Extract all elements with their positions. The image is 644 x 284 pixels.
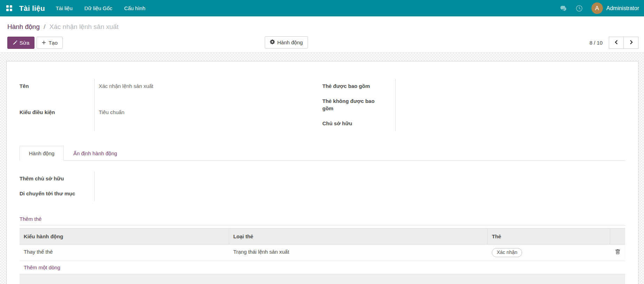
breadcrumb-separator: / [44, 23, 45, 30]
create-button[interactable]: Tạo [37, 37, 63, 49]
chevron-left-icon [614, 40, 619, 46]
tag-badge: Xác nhận [492, 248, 522, 257]
pager-next-button[interactable] [623, 37, 638, 49]
breadcrumb-parent[interactable]: Hành động [7, 23, 40, 30]
trash-icon [615, 249, 620, 256]
field-value-tags-included [396, 79, 626, 94]
tags-list: Kiểu hành động Loại thẻ Thẻ Thay thế thẻ… [20, 228, 625, 284]
form-sheet: Tên Xác nhận lệnh sản xuất Kiểu điều kiệ… [6, 61, 638, 284]
field-label-condition-type: Kiểu điều kiện [20, 105, 94, 131]
tab-field-group: Thêm chủ sở hữu Di chuyển tới thư mục [20, 171, 323, 201]
tab-actions[interactable]: Hành động [20, 146, 64, 161]
notebook-tabs: Hành động Ấn định hành động [20, 146, 625, 161]
menu-item-documents[interactable]: Tài liệu [50, 0, 78, 16]
breadcrumb: Hành động / Xác nhận lệnh sản xuất [0, 22, 644, 31]
gear-icon [270, 39, 275, 45]
activities-icon[interactable] [575, 5, 583, 12]
top-navbar: Tài liệu Tài liệu Dữ liệu Gốc Cấu hình A… [0, 0, 644, 16]
column-header-actions [610, 229, 625, 244]
field-value-tags-excluded [396, 94, 626, 116]
content-area: Tên Xác nhận lệnh sản xuất Kiểu điều kiệ… [0, 53, 644, 284]
list-header-row: Kiểu hành động Loại thẻ Thẻ [20, 228, 625, 245]
action-menu-button[interactable]: Hành động [265, 36, 308, 48]
tab-assign-actions[interactable]: Ấn định hành động [64, 146, 126, 161]
breadcrumb-current: Xác nhận lệnh sản xuất [49, 23, 119, 30]
menu-item-master-data[interactable]: Dữ liệu Gốc [78, 0, 118, 16]
control-panel: Hành động / Xác nhận lệnh sản xuất Sửa T… [0, 16, 644, 53]
pager-value[interactable]: 8 / 10 [589, 40, 603, 46]
table-row[interactable]: Thay thế thẻ Trạng thái lệnh sản xuất Xá… [20, 245, 625, 261]
edit-button[interactable]: Sửa [7, 37, 34, 49]
add-row-link[interactable]: Thêm một dòng [24, 264, 60, 270]
column-header-tag: Thẻ [488, 229, 610, 244]
chevron-right-icon [629, 40, 634, 46]
field-label-move-to-folder: Di chuyển tới thư mục [20, 186, 94, 201]
main-menu: Tài liệu Dữ liệu Gốc Cấu hình [50, 0, 151, 16]
add-row: Thêm một dòng [20, 261, 625, 274]
user-menu[interactable]: A Administrator [591, 2, 639, 14]
pager-previous-button[interactable] [609, 37, 624, 49]
field-value-owner [396, 116, 626, 131]
avatar: A [591, 2, 603, 14]
field-value-condition-type: Tiêu chuẩn [94, 105, 323, 131]
field-group-right: Thẻ được bao gồm Thẻ không được bao gồm … [323, 79, 626, 131]
messages-icon[interactable] [559, 5, 567, 12]
column-header-tag-type: Loại thẻ [229, 229, 488, 244]
delete-row-button[interactable] [614, 248, 621, 257]
apps-menu-icon[interactable] [6, 5, 12, 11]
plus-icon [42, 40, 46, 46]
app-brand[interactable]: Tài liệu [19, 4, 45, 13]
field-value-add-owner [94, 171, 323, 186]
pager: 8 / 10 [589, 37, 638, 49]
cell-tag-type: Trạng thái lệnh sản xuất [229, 245, 488, 261]
field-value-name: Xác nhận lệnh sản xuất [94, 79, 323, 105]
field-label-name: Tên [20, 79, 94, 105]
add-tag-link[interactable]: Thêm thẻ [20, 216, 41, 222]
field-group-left: Tên Xác nhận lệnh sản xuất Kiểu điều kiệ… [20, 79, 323, 131]
field-label-tags-excluded: Thẻ không được bao gồm [323, 94, 396, 116]
column-header-action-type: Kiểu hành động [20, 229, 229, 244]
user-name: Administrator [606, 5, 639, 12]
cell-tag: Xác nhận [488, 245, 610, 261]
tab-content-actions: Thêm chủ sở hữu Di chuyển tới thư mục Th… [20, 161, 625, 284]
field-label-add-owner: Thêm chủ sở hữu [20, 171, 94, 186]
list-footer [20, 274, 625, 284]
field-value-move-to-folder [94, 186, 323, 201]
field-label-owner: Chủ sở hữu [323, 116, 396, 131]
field-label-tags-included: Thẻ được bao gồm [323, 79, 396, 94]
pencil-icon [13, 40, 17, 46]
menu-item-configuration[interactable]: Cấu hình [118, 0, 151, 16]
cell-action-type: Thay thế thẻ [20, 245, 229, 261]
